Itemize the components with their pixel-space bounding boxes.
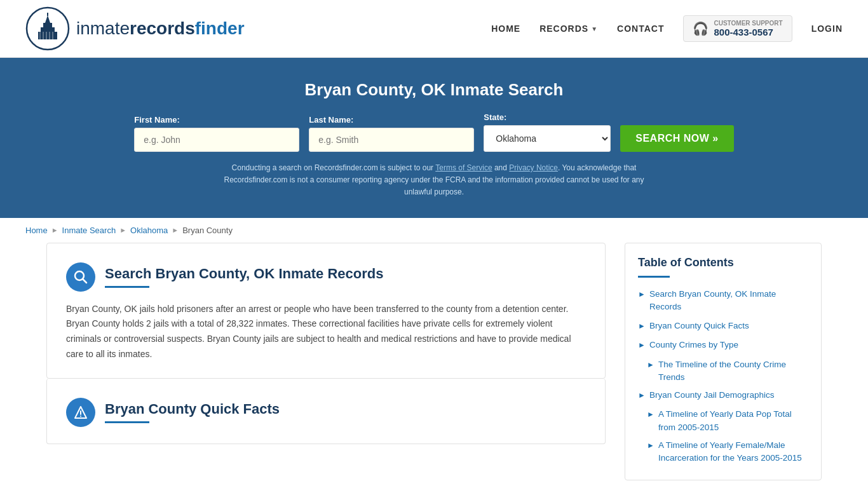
- svg-rect-6: [39, 32, 41, 39]
- nav: HOME RECORDS ▼ CONTACT 🎧 CUSTOMER SUPPOR…: [491, 15, 843, 42]
- toc-sub-2: ► A Timeline of Yearly Data Pop Total fr…: [647, 408, 808, 464]
- card-header-1: Search Bryan County, OK Inmate Records: [66, 262, 586, 292]
- card-title-underline-2: [105, 421, 149, 423]
- logo-icon: [25, 6, 70, 51]
- svg-rect-8: [46, 32, 47, 39]
- toc-chevron-icon-1: ►: [638, 290, 646, 299]
- hero-title: Bryan County, OK Inmate Search: [25, 80, 843, 100]
- breadcrumb-home[interactable]: Home: [25, 226, 48, 235]
- svg-rect-9: [49, 32, 50, 39]
- toc-item-5[interactable]: ► Bryan County Jail Demographics: [638, 389, 808, 402]
- breadcrumb-county: Bryan County: [182, 226, 233, 235]
- toc-chevron-icon-5: ►: [638, 391, 646, 400]
- warning-circle-icon: [66, 398, 95, 427]
- hero-disclaimer: Conducting a search on Recordsfinder.com…: [25, 162, 843, 199]
- card-title-underline-1: [105, 286, 149, 288]
- headset-icon: 🎧: [693, 21, 709, 36]
- breadcrumb-inmate-search[interactable]: Inmate Search: [62, 226, 116, 235]
- toc-item-6[interactable]: ► A Timeline of Yearly Data Pop Total fr…: [647, 408, 808, 434]
- toc-box: Table of Contents ► Search Bryan County,…: [625, 243, 822, 481]
- tos-link[interactable]: Terms of Service: [435, 163, 492, 172]
- toc-link-2[interactable]: Bryan County Quick Facts: [649, 320, 749, 332]
- content-left: Search Bryan County, OK Inmate Records B…: [46, 243, 625, 481]
- first-name-input[interactable]: [134, 128, 299, 152]
- toc-chevron-icon-3: ►: [638, 341, 646, 349]
- card-quick-facts: Bryan County Quick Facts: [46, 379, 606, 444]
- toc-divider: [638, 276, 670, 278]
- breadcrumb-sep-3: ►: [172, 226, 179, 234]
- toc-link-7[interactable]: A Timeline of Yearly Female/Male Incarce…: [658, 439, 808, 465]
- svg-rect-1: [38, 32, 57, 39]
- card-header-2: Bryan County Quick Facts: [66, 398, 586, 427]
- magnifier-icon: [74, 270, 88, 284]
- toc-chevron-icon-4: ►: [647, 360, 654, 369]
- toc-sub-1: ► The Timeline of the County Crime Trend…: [647, 358, 808, 384]
- last-name-label: Last Name:: [309, 115, 353, 125]
- state-select[interactable]: Oklahoma Alabama Alaska Arizona Arkansas…: [484, 125, 611, 152]
- toc-link-6[interactable]: A Timeline of Yearly Data Pop Total from…: [658, 408, 808, 434]
- sidebar-toc: Table of Contents ► Search Bryan County,…: [625, 243, 822, 481]
- toc-chevron-icon-7: ►: [647, 441, 654, 450]
- support-info: CUSTOMER SUPPORT 800-433-0567: [714, 20, 782, 37]
- breadcrumb-sep-1: ►: [51, 226, 58, 234]
- svg-point-15: [80, 416, 81, 417]
- card-body-1: Bryan County, OK jails hold prisoners af…: [66, 302, 586, 362]
- search-button[interactable]: SEARCH NOW »: [620, 125, 733, 152]
- nav-login[interactable]: LOGIN: [811, 24, 843, 34]
- toc-item-1[interactable]: ► Search Bryan County, OK Inmate Records: [638, 288, 808, 314]
- breadcrumb-sep-2: ►: [119, 226, 126, 234]
- svg-rect-10: [52, 32, 53, 39]
- svg-line-12: [83, 279, 87, 283]
- breadcrumb-oklahoma[interactable]: Oklahoma: [130, 226, 168, 235]
- main-content: Search Bryan County, OK Inmate Records B…: [21, 243, 847, 488]
- last-name-input[interactable]: [309, 128, 474, 152]
- breadcrumb: Home ► Inmate Search ► Oklahoma ► Bryan …: [0, 218, 868, 243]
- header: inmaterecordsfinder HOME RECORDS ▼ CONTA…: [0, 0, 868, 58]
- state-group: State: Oklahoma Alabama Alaska Arizona A…: [484, 112, 611, 152]
- card-inmate-records: Search Bryan County, OK Inmate Records B…: [46, 243, 606, 379]
- last-name-group: Last Name:: [309, 115, 474, 152]
- toc-item-3[interactable]: ► County Crimes by Type: [638, 339, 808, 351]
- privacy-link[interactable]: Privacy Notice: [509, 163, 558, 172]
- card-title-2: Bryan County Quick Facts: [105, 401, 280, 417]
- toc-link-3[interactable]: County Crimes by Type: [649, 339, 738, 351]
- toc-link-1[interactable]: Search Bryan County, OK Inmate Records: [649, 288, 808, 314]
- toc-link-5[interactable]: Bryan County Jail Demographics: [649, 389, 775, 402]
- triangle-warning-icon: [74, 405, 88, 419]
- toc-link-4[interactable]: The Timeline of the County Crime Trends: [658, 358, 808, 384]
- toc-item-4[interactable]: ► The Timeline of the County Crime Trend…: [647, 358, 808, 384]
- toc-chevron-icon-2: ►: [638, 322, 646, 330]
- logo[interactable]: inmaterecordsfinder: [25, 6, 245, 51]
- nav-home[interactable]: HOME: [491, 24, 520, 34]
- search-form: First Name: Last Name: State: Oklahoma A…: [25, 112, 843, 152]
- chevron-down-icon: ▼: [591, 25, 598, 32]
- toc-title: Table of Contents: [638, 256, 808, 269]
- search-circle-icon: [66, 262, 95, 292]
- svg-rect-7: [43, 32, 44, 39]
- customer-support[interactable]: 🎧 CUSTOMER SUPPORT 800-433-0567: [683, 15, 792, 42]
- card-title-block-2: Bryan County Quick Facts: [105, 401, 280, 423]
- toc-item-2[interactable]: ► Bryan County Quick Facts: [638, 320, 808, 332]
- nav-contact[interactable]: CONTACT: [617, 24, 664, 34]
- nav-records[interactable]: RECORDS ▼: [539, 24, 598, 34]
- hero-section: Bryan County, OK Inmate Search First Nam…: [0, 58, 868, 218]
- card-title-1: Search Bryan County, OK Inmate Records: [105, 266, 384, 282]
- logo-text: inmaterecordsfinder: [76, 18, 245, 39]
- svg-rect-3: [43, 23, 52, 28]
- card-title-block-1: Search Bryan County, OK Inmate Records: [105, 266, 384, 288]
- svg-rect-2: [41, 27, 55, 32]
- svg-marker-4: [45, 15, 50, 23]
- state-label: State:: [484, 112, 506, 122]
- toc-item-7[interactable]: ► A Timeline of Yearly Female/Male Incar…: [647, 439, 808, 465]
- first-name-group: First Name:: [134, 115, 299, 152]
- svg-rect-5: [47, 13, 48, 16]
- first-name-label: First Name:: [134, 115, 180, 125]
- toc-chevron-icon-6: ►: [647, 410, 654, 419]
